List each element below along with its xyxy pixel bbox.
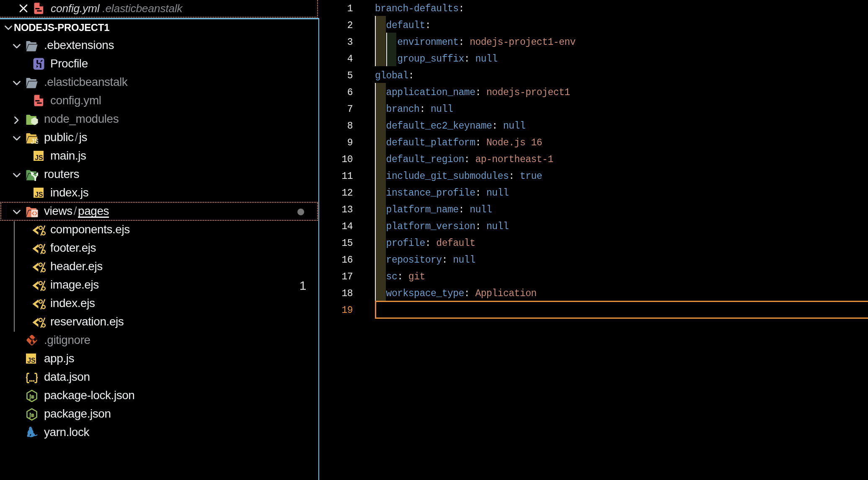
svg-text:JS: JS — [35, 154, 43, 161]
svg-text:JS: JS — [27, 357, 36, 364]
svg-text:JS: JS — [31, 137, 38, 145]
svg-text:js: js — [29, 412, 34, 418]
svg-text:JS: JS — [35, 191, 43, 198]
svg-text:js: js — [29, 393, 34, 400]
